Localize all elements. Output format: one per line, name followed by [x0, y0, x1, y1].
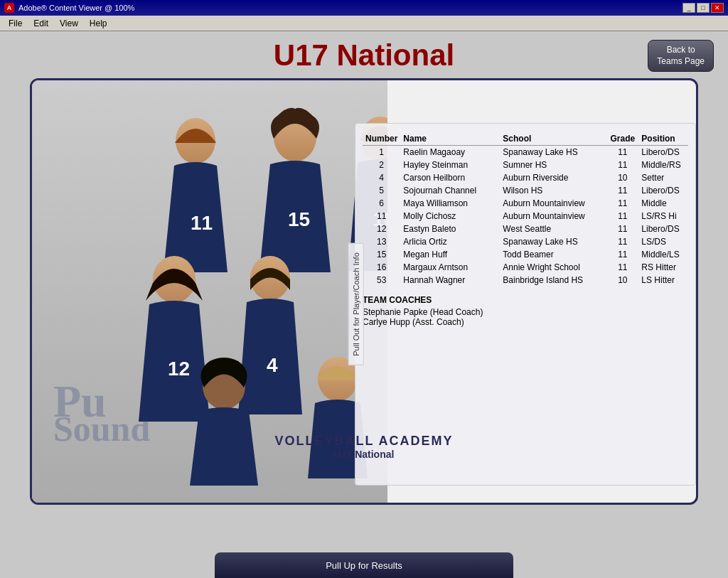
- back-to-teams-button[interactable]: Back to Teams Page: [648, 40, 714, 72]
- player-school: Spanaway Lake HS: [500, 146, 606, 159]
- player-school: Todd Beamer: [500, 248, 606, 261]
- table-row: 16 Margaux Arntson Annie Wright School 1…: [363, 261, 688, 274]
- player-number: 12: [363, 223, 400, 235]
- asst-coach: Carlye Hupp (Asst. Coach): [363, 317, 688, 327]
- player-grade: 11: [606, 197, 638, 210]
- player-position: RS Hitter: [638, 261, 688, 274]
- col-header-number: Number: [363, 132, 400, 146]
- table-row: 2 Hayley Steinman Sumner HS 11 Middle/RS: [363, 159, 688, 171]
- player-name: Carson Heilborn: [400, 171, 500, 184]
- player-grade: 11: [606, 146, 638, 159]
- maximize-button[interactable]: □: [697, 3, 710, 13]
- svg-text:4: 4: [267, 354, 278, 376]
- player-name: Molly Cichosz: [400, 210, 500, 223]
- col-header-school: School: [500, 132, 606, 146]
- player-grade: 11: [606, 184, 638, 197]
- player-position: Libero/DS: [638, 223, 688, 235]
- coaches-title: TEAM COACHES: [363, 295, 688, 305]
- player-number: 11: [363, 210, 400, 223]
- svg-text:11: 11: [191, 212, 213, 234]
- window-title: Adobe® Content Viewer @ 100%: [18, 4, 682, 12]
- player-school: West Seattle: [500, 223, 606, 235]
- player-name: Arlicia Ortiz: [400, 235, 500, 248]
- col-header-grade: Grade: [606, 132, 638, 146]
- menu-help[interactable]: Help: [84, 17, 113, 30]
- player-grade: 11: [606, 159, 638, 171]
- player-number: 1: [363, 146, 400, 159]
- player-school: Auburn Mountainview: [500, 210, 606, 223]
- page-title: U17 National: [274, 38, 454, 73]
- watermark-area: VOLLEYBALL ACADEMY U17 National: [274, 434, 453, 460]
- player-grade: 11: [606, 248, 638, 261]
- player-school: Auburn Mountainview: [500, 197, 606, 210]
- team-photo-container: 11 15 16 12: [30, 78, 698, 505]
- col-header-position: Position: [638, 132, 688, 146]
- player-school: Annie Wright School: [500, 261, 606, 274]
- player-position: Middle/LS: [638, 248, 688, 261]
- player-position: LS/DS: [638, 235, 688, 248]
- player-number: 5: [363, 184, 400, 197]
- pull-up-results-bar[interactable]: Pull Up for Results: [215, 552, 513, 578]
- roster-card: Pull Out for Player/Coach Info Number Na…: [355, 123, 696, 486]
- player-number: 6: [363, 197, 400, 210]
- menu-view[interactable]: View: [54, 17, 84, 30]
- table-row: 15 Megan Huff Todd Beamer 11 Middle/LS: [363, 248, 688, 261]
- player-school: Auburn Riverside: [500, 171, 606, 184]
- head-coach: Stephanie Papke (Head Coach): [363, 307, 688, 317]
- watermark-sound: Sound: [53, 408, 150, 449]
- player-number: 16: [363, 261, 400, 274]
- player-position: Middle/RS: [638, 159, 688, 171]
- player-school: Wilson HS: [500, 184, 606, 197]
- player-number: 53: [363, 274, 400, 287]
- player-position: Libero/DS: [638, 146, 688, 159]
- player-name: Raelin Magaoay: [400, 146, 500, 159]
- table-row: 1 Raelin Magaoay Spanaway Lake HS 11 Lib…: [363, 146, 688, 159]
- player-number: 15: [363, 248, 400, 261]
- table-row: 53 Hannah Wagner Bainbridge Island HS 10…: [363, 274, 688, 287]
- watermark-academy: VOLLEYBALL ACADEMY: [274, 434, 453, 449]
- table-row: 13 Arlicia Ortiz Spanaway Lake HS 11 LS/…: [363, 235, 688, 248]
- player-grade: 11: [606, 210, 638, 223]
- player-grade: 10: [606, 171, 638, 184]
- menu-edit[interactable]: Edit: [28, 17, 54, 30]
- player-grade: 11: [606, 223, 638, 235]
- player-position: Libero/DS: [638, 184, 688, 197]
- player-grade: 11: [606, 235, 638, 248]
- team-coaches-section: TEAM COACHES Stephanie Papke (Head Coach…: [363, 295, 688, 327]
- app-icon: A: [4, 3, 14, 13]
- player-name: Megan Huff: [400, 248, 500, 261]
- player-name: Sojournah Channel: [400, 184, 500, 197]
- player-name: Maya Williamson: [400, 197, 500, 210]
- main-content: U17 National Back to Teams Page: [0, 31, 728, 578]
- title-bar: A Adobe® Content Viewer @ 100% _ □ ✕: [0, 0, 728, 16]
- player-school: Spanaway Lake HS: [500, 235, 606, 248]
- table-row: 6 Maya Williamson Auburn Mountainview 11…: [363, 197, 688, 210]
- player-school: Sumner HS: [500, 159, 606, 171]
- player-number: 4: [363, 171, 400, 184]
- player-school: Bainbridge Island HS: [500, 274, 606, 287]
- player-number: 13: [363, 235, 400, 248]
- col-header-name: Name: [400, 132, 500, 146]
- close-button[interactable]: ✕: [711, 3, 724, 13]
- player-name: Hayley Steinman: [400, 159, 500, 171]
- menu-bar: File Edit View Help: [0, 16, 728, 31]
- watermark-subtitle: U17 National: [274, 449, 453, 460]
- player-position: LS/RS Hi: [638, 210, 688, 223]
- player-position: Middle: [638, 197, 688, 210]
- player-grade: 10: [606, 274, 638, 287]
- player-name: Eastyn Baleto: [400, 223, 500, 235]
- player-number: 2: [363, 159, 400, 171]
- svg-text:12: 12: [168, 358, 190, 380]
- svg-text:15: 15: [288, 208, 310, 230]
- player-name: Margaux Arntson: [400, 261, 500, 274]
- window-controls[interactable]: _ □ ✕: [682, 3, 724, 13]
- roster-table: Number Name School Grade Position 1 Rael…: [363, 132, 688, 287]
- menu-file[interactable]: File: [3, 17, 28, 30]
- player-grade: 11: [606, 261, 638, 274]
- player-position: Setter: [638, 171, 688, 184]
- table-row: 12 Eastyn Baleto West Seattle 11 Libero/…: [363, 223, 688, 235]
- player-position: LS Hitter: [638, 274, 688, 287]
- table-row: 5 Sojournah Channel Wilson HS 11 Libero/…: [363, 184, 688, 197]
- minimize-button[interactable]: _: [682, 3, 695, 13]
- pull-out-tab[interactable]: Pull Out for Player/Coach Info: [348, 243, 364, 365]
